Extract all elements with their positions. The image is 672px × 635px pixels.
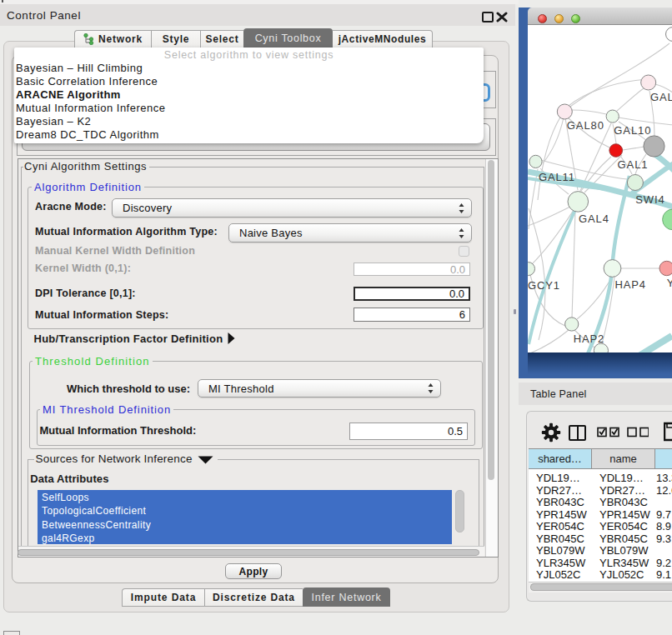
svg-text:GAL4: GAL4	[579, 212, 609, 225]
svg-text:HAP4: HAP4	[614, 278, 646, 291]
svg-text:GAL11: GAL11	[539, 171, 575, 183]
svg-text:GCY1: GCY1	[528, 279, 560, 292]
svg-text:HAP2: HAP2	[574, 332, 605, 345]
svg-text:GAL7: GAL7	[650, 91, 672, 103]
svg-text:GAL10: GAL10	[614, 124, 651, 137]
svg-text:GAL1: GAL1	[618, 158, 649, 171]
svg-text:SWI4: SWI4	[635, 193, 664, 206]
svg-text:GAL80: GAL80	[567, 119, 604, 132]
svg-text:YM: YM	[667, 277, 672, 289]
